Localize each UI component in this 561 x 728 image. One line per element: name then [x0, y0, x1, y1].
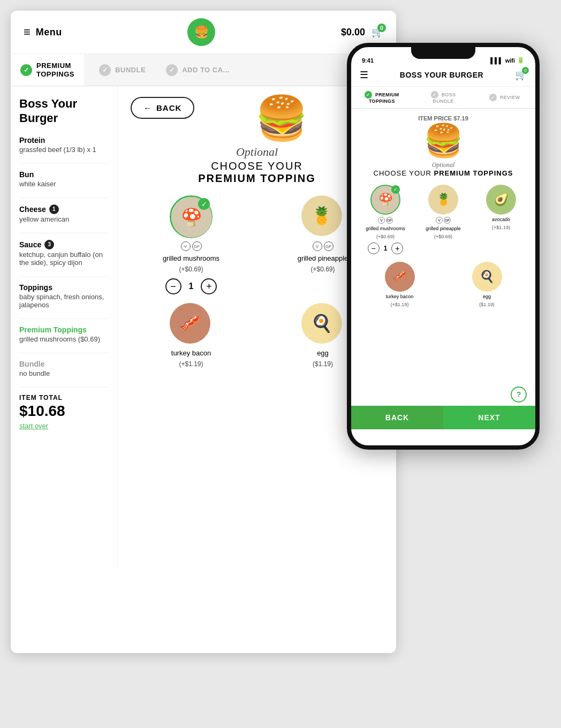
mobile-qty-control: − 1 + — [368, 242, 404, 254]
topping-turkey-bacon[interactable]: 🥓 turkey bacon (+$1.19) — [131, 303, 252, 368]
choose-label: CHOOSE YOUR — [211, 160, 303, 172]
egg-name: egg — [317, 349, 329, 357]
pineapple-icons: V GF — [313, 241, 333, 251]
sidebar-label-bundle: Bundle — [19, 360, 109, 368]
mobile-choose-title: Optional CHOOSE YOUR PREMIUM TOPPINGS — [359, 160, 528, 177]
mushrooms-price: (+$0.69) — [179, 266, 203, 273]
mobile-topping-pineapple[interactable]: 🍍 V GF grilled pineapple (+$0.69) — [416, 185, 470, 254]
choose-main: CHOOSE YOUR PREMIUM TOPPING — [131, 160, 383, 185]
app-header: ≡ Menu 🍔 $0.00 🛒 0 — [11, 11, 396, 54]
step-label-3: ADD TO CA... — [182, 66, 230, 74]
step-check-3: ✓ — [166, 64, 178, 76]
mobile-pineapple-wrap: 🍍 — [428, 185, 458, 215]
cheese-count: 1 — [49, 204, 59, 214]
sidebar-item-total-section: ITEM TOTAL $10.68 start over — [19, 394, 109, 430]
step-bundle[interactable]: ✓ BUNDLE — [84, 54, 155, 86]
header-title: Menu — [36, 27, 62, 38]
mushrooms-img-wrap: 🍄 ✓ — [170, 195, 213, 238]
qty-minus-btn[interactable]: − — [165, 278, 181, 294]
mobile-check-3: ✓ — [489, 94, 497, 101]
mobile-qty-plus[interactable]: + — [391, 242, 403, 254]
mobile-topping-avocado[interactable]: 🥑 avocado (+$1.19) — [474, 185, 528, 254]
step-check-1: ✓ — [20, 64, 32, 76]
header-right: $0.00 🛒 0 — [341, 26, 383, 38]
sidebar-label-toppings: Toppings — [19, 283, 109, 292]
optional-label: Optional — [131, 145, 383, 159]
sidebar-total: $10.68 — [19, 403, 109, 420]
sidebar-label-protein: Protein — [19, 136, 109, 145]
mobile-egg-img: 🍳 — [472, 262, 502, 292]
mushrooms-name: grilled mushrooms — [163, 254, 219, 262]
sidebar-label-cheese: Cheese 1 — [19, 204, 109, 214]
step-label-2: BUNDLE — [115, 66, 146, 74]
choose-bold: PREMIUM TOPPING — [198, 172, 316, 184]
sidebar-section-sauce: Sauce 3 ketchup, canjun buffalo (on the … — [19, 240, 109, 267]
mobile-optional: Optional — [432, 161, 455, 169]
menu-icon: ≡ — [24, 25, 31, 39]
mobile-topping-turkey-bacon[interactable]: 🥓 turkey bacon (+$1.19) — [359, 262, 441, 307]
mobile-help-button[interactable]: ? — [511, 386, 527, 403]
mobile-egg-price: ($1.19) — [479, 302, 495, 307]
back-button[interactable]: ← BACK — [131, 97, 194, 119]
mobile-egg-name: egg — [483, 294, 491, 300]
mobile-choose-text: CHOOSE YOUR PREMIUM TOPPINGS — [359, 169, 528, 177]
turkey-bacon-price: (+$1.19) — [179, 360, 203, 368]
progress-bar: ✓ PREMIUMTOPPINGS ✓ BUNDLE ✓ ADD TO CA..… — [11, 54, 396, 86]
step-premium-toppings[interactable]: ✓ PREMIUMTOPPINGS — [11, 54, 84, 86]
qty-plus-btn[interactable]: + — [201, 278, 217, 294]
mobile-avocado-wrap: 🥑 — [486, 185, 516, 215]
sidebar-section-protein: Protein grassfed beef (1/3 lb) x 1 — [19, 136, 109, 154]
mobile-step-review[interactable]: ✓ REVIEW — [474, 89, 535, 105]
mobile-time: 9:41 — [362, 57, 374, 64]
top-row: ← BACK 🍔 ? — [131, 97, 383, 140]
mobile-menu-icon[interactable]: ☰ — [360, 69, 368, 81]
mobile-bottom-row2: 🥓 turkey bacon (+$1.19) 🍳 egg ($1.19) — [359, 262, 528, 307]
mobile-turkey-bacon-price: (+$1.19) — [391, 302, 409, 307]
mobile-back-button[interactable]: BACK — [351, 406, 443, 429]
mobile-notch — [411, 47, 475, 59]
mobile-topping-mushrooms[interactable]: 🍄 ✓ V GF grilled mushrooms (+$0.69) − 1 … — [359, 185, 412, 254]
mobile-step-bundle[interactable]: ✓ BOSSBUNDLE — [413, 87, 474, 108]
mobile-cart[interactable]: 🛒 0 — [515, 69, 527, 81]
mobile-mushrooms-price: (+$0.69) — [376, 234, 395, 239]
mobile-cart-badge: 0 — [522, 67, 529, 74]
mobile-body: ITEM PRICE $7.19 🍔 Optional CHOOSE YOUR … — [351, 109, 535, 314]
mobile-qty-minus[interactable]: − — [368, 242, 380, 254]
mobile-choose-bold: PREMIUM TOPPINGS — [434, 169, 513, 177]
sidebar-label-bun: Bun — [19, 170, 109, 179]
sidebar-label-premium: Premium Toppings — [19, 325, 109, 334]
mobile-item-price: ITEM PRICE $7.19 — [359, 115, 528, 122]
mobile-next-button[interactable]: NEXT — [443, 406, 535, 429]
mobile-header: ☰ BOSS YOUR BURGER 🛒 0 — [351, 66, 535, 87]
turkey-bacon-image: 🥓 — [170, 303, 210, 344]
sidebar-label-sauce: Sauce 3 — [19, 240, 109, 249]
cart-badge: 0 — [377, 24, 386, 32]
egg-price: ($1.19) — [313, 360, 333, 368]
topping-mushrooms[interactable]: 🍄 ✓ V GF grilled mushrooms (+$0.69) − 1 — [131, 195, 252, 294]
sidebar-section-bundle: Bundle no bundle — [19, 360, 109, 377]
step-add-to-cart[interactable]: ✓ ADD TO CA... — [155, 54, 239, 86]
mobile-mushrooms-wrap: 🍄 ✓ — [370, 185, 400, 215]
mobile-topping-egg[interactable]: 🍳 egg ($1.19) — [446, 262, 528, 307]
mobile-pineapple-price: (+$0.69) — [434, 234, 452, 239]
header-center: 🍔 — [187, 18, 215, 46]
sidebar-section-toppings: Toppings baby spinach, fresh onions, jal… — [19, 283, 109, 309]
cart-wrapper[interactable]: 🛒 0 — [372, 26, 383, 38]
sidebar-value-bun: white kaiser — [19, 180, 109, 188]
mobile-app: 9:41 ▌▌▌ wifi 🔋 ☰ BOSS YOUR BURGER 🛒 0 ✓… — [347, 43, 540, 450]
signal-icon: ▌▌▌ — [490, 57, 503, 64]
mobile-step-premium[interactable]: ✓ PREMIUMTOPPINGS — [351, 87, 413, 108]
toppings-grid: 🍄 ✓ V GF grilled mushrooms (+$0.69) − 1 — [131, 195, 383, 368]
wifi-icon: wifi — [505, 57, 515, 64]
mobile-burger-emoji: 🍔 — [359, 125, 528, 157]
battery-icon: 🔋 — [517, 57, 525, 64]
qty-value: 1 — [189, 282, 194, 291]
sauce-count: 3 — [44, 240, 54, 249]
mobile-pineapple-img: 🍍 — [428, 185, 458, 215]
mobile-progress: ✓ PREMIUMTOPPINGS ✓ BOSSBUNDLE ✓ REVIEW — [351, 87, 535, 109]
burger-emoji: 🍔 — [255, 97, 308, 140]
back-arrow-icon: ← — [143, 103, 152, 112]
start-over-link[interactable]: start over — [19, 422, 109, 430]
main-content: Boss Your Burger Protein grassfed beef (… — [11, 86, 396, 568]
cart-price: $0.00 — [341, 27, 365, 38]
